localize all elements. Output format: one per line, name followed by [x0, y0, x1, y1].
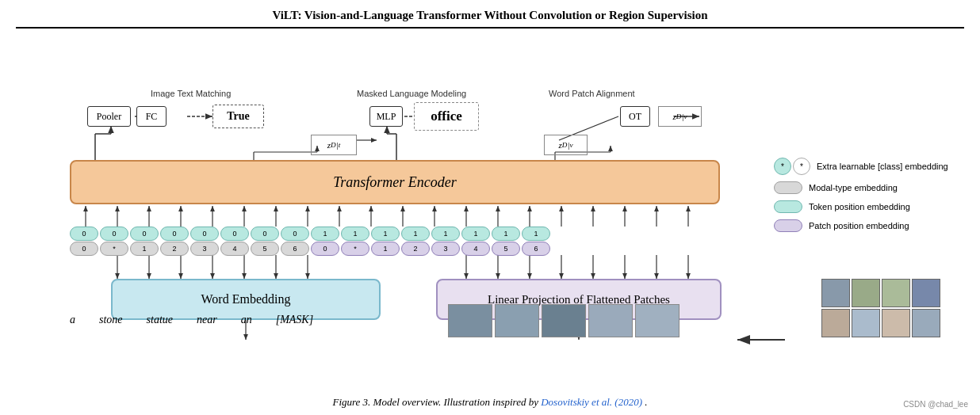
token-bottom: 3: [431, 242, 460, 256]
main-image-patches: [448, 304, 679, 337]
page-title: ViLT: Vision-and-Language Transformer Wi…: [272, 9, 707, 21]
legend-item-patch: Patch position embedding: [774, 219, 956, 232]
legend-patch-label: Patch position embedding: [809, 221, 909, 230]
token-item: 0 3: [190, 227, 219, 256]
figure-caption: Figure 3. Model overview. Illustration i…: [0, 396, 980, 409]
legend-pill-token: [774, 200, 802, 213]
token-bottom: 0: [70, 242, 98, 256]
token-bottom: 5: [492, 242, 520, 256]
ot-box: OT: [620, 106, 650, 127]
token-bottom: 2: [401, 242, 430, 256]
token-top: 0: [130, 227, 159, 241]
patch-grid: [821, 279, 940, 337]
transformer-encoder-box: Transformer Encoder: [70, 160, 720, 204]
token-bottom: 5: [251, 242, 279, 256]
office-box: office: [414, 102, 479, 131]
token-bottom: 6: [281, 242, 309, 256]
bottom-word: a: [70, 314, 75, 326]
fc-label: FC: [146, 111, 158, 123]
word-embedding-label: Word Embedding: [201, 292, 291, 306]
token-top: 0: [251, 227, 279, 241]
main-container: ViLT: Vision-and-Language Transformer Wi…: [0, 0, 980, 415]
token-top: 0: [100, 227, 128, 241]
image-patch: [495, 304, 539, 337]
image-patch: [588, 304, 633, 337]
token-item: 1 *: [341, 227, 369, 256]
pooler-label: Pooler: [97, 111, 121, 123]
token-bottom: 4: [220, 242, 249, 256]
token-item: 0 4: [220, 227, 249, 256]
token-top: 1: [431, 227, 460, 241]
z-left-label: zD|t: [311, 135, 357, 155]
bottom-word: stone: [99, 314, 123, 326]
wpa-label: Word Patch Alignment: [549, 89, 635, 98]
image-patch: [542, 304, 586, 337]
token-top: 0: [220, 227, 249, 241]
caption-text: Figure 3. Model overview. Illustration i…: [332, 396, 538, 408]
office-label: office: [431, 109, 462, 124]
caption-period: .: [645, 396, 647, 408]
token-top: 1: [401, 227, 430, 241]
token-bottom: 3: [190, 242, 219, 256]
token-item: 1 1: [371, 227, 400, 256]
token-top: 1: [492, 227, 520, 241]
token-top: 1: [311, 227, 339, 241]
token-top: 0: [190, 227, 219, 241]
token-bottom: 1: [371, 242, 400, 256]
bottom-word: statue: [147, 314, 173, 326]
diagram-area: Image Text Matching Masked Language Mode…: [16, 35, 964, 375]
token-top: 0: [160, 227, 189, 241]
token-top: 1: [371, 227, 400, 241]
mlm-label: Masked Language Modeling: [357, 89, 466, 98]
token-bottom: 0: [311, 242, 339, 256]
legend-item-token: Token position embedding: [774, 200, 956, 213]
token-bottom: *: [100, 242, 128, 256]
bottom-word: [MASK]: [276, 314, 313, 326]
token-item: 1 3: [431, 227, 460, 256]
token-item: 0 *: [100, 227, 128, 256]
legend-item-extra: * * Extra learnable [class] embedding: [774, 158, 956, 175]
z-wpa-right: zD|v: [658, 106, 702, 127]
true-label: True: [227, 110, 250, 123]
tokens-row: 0 0 0 * 0 1 0 2 0 3 0 4 0 5 0 6 1 0 1 *: [70, 227, 550, 256]
token-top: 1: [341, 227, 369, 241]
token-top: 1: [522, 227, 550, 241]
token-bottom: 2: [160, 242, 189, 256]
token-bottom: 6: [522, 242, 550, 256]
mlp-label: MLP: [377, 111, 396, 123]
legend-extra-label: Extra learnable [class] embedding: [817, 162, 948, 171]
token-item: 0 1: [130, 227, 159, 256]
image-patch: [635, 304, 679, 337]
token-item: 0 2: [160, 227, 189, 256]
mlp-box: MLP: [369, 106, 403, 127]
token-bottom: 1: [130, 242, 159, 256]
legend-pill-modal: [774, 181, 802, 194]
true-box: True: [212, 105, 264, 128]
image-patch: [448, 304, 492, 337]
watermark: CSDN @chad_lee: [903, 400, 968, 409]
token-item: 1 6: [522, 227, 550, 256]
legend-item-modal: Modal-type embedding: [774, 181, 956, 194]
token-item: 1 2: [401, 227, 430, 256]
ot-label: OT: [629, 111, 641, 123]
legend-pill-patch: [774, 219, 802, 232]
legend-dot-extra2: *: [793, 158, 810, 175]
pooler-box: Pooler: [87, 106, 131, 127]
token-item: 1 0: [311, 227, 339, 256]
bottom-word: an: [241, 314, 252, 326]
z-wpa-left: zD|v: [544, 135, 588, 155]
token-top: 0: [281, 227, 309, 241]
token-item: 0 6: [281, 227, 309, 256]
token-top: 0: [70, 227, 98, 241]
caption-link: Dosovitskiy et al. (2020): [541, 396, 642, 408]
token-item: 0 0: [70, 227, 98, 256]
token-top: 1: [461, 227, 490, 241]
bottom-word: near: [197, 314, 217, 326]
token-item: 1 4: [461, 227, 490, 256]
transformer-encoder-label: Transformer Encoder: [333, 174, 457, 191]
bottom-text-area: astonestatuenearan[MASK]: [70, 314, 313, 326]
token-item: 0 5: [251, 227, 279, 256]
token-bottom: *: [341, 242, 369, 256]
itm-label: Image Text Matching: [151, 89, 231, 98]
fc-box: FC: [136, 106, 167, 127]
